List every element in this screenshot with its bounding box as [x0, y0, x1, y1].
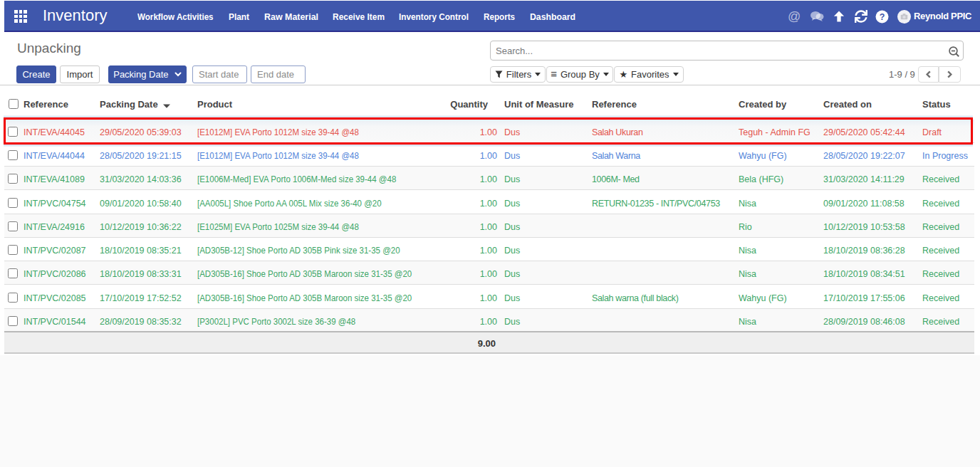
- svg-text:?: ?: [880, 12, 885, 22]
